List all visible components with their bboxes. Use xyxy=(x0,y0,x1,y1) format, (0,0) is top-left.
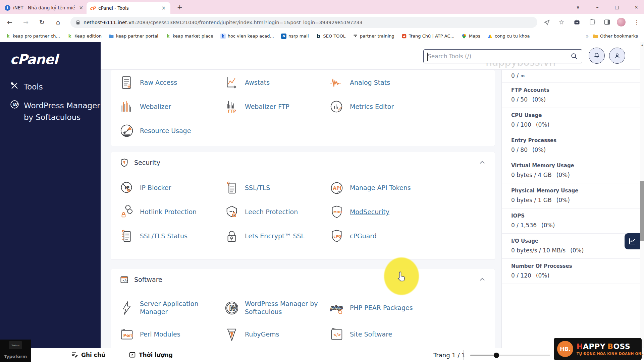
play-icon xyxy=(129,351,136,358)
close-tab-icon[interactable]: × xyxy=(160,5,167,11)
svg-text:MOD: MOD xyxy=(333,210,342,214)
back-icon[interactable]: ← xyxy=(5,17,15,27)
cpanel-logo: cPanel xyxy=(10,52,58,67)
tool-hotlink-protection[interactable]: Hotlink Protection xyxy=(119,200,224,224)
notifications-bell-button[interactable] xyxy=(589,48,605,64)
webalizer-ftp-icon: FTP xyxy=(224,99,239,115)
tool-php-pear-packages[interactable]: php PHP PEAR Packages xyxy=(329,294,434,322)
stat-partial-value: 0 / ∞ xyxy=(502,70,640,83)
tool-analog-stats[interactable]: Analog Stats xyxy=(329,71,434,95)
tool-ip-blocker[interactable]: IP IP Blocker xyxy=(119,176,224,200)
duration-button[interactable]: Thời lượng xyxy=(129,351,173,358)
notes-button[interactable]: Ghi chú xyxy=(71,351,105,358)
forward-icon[interactable]: → xyxy=(21,17,31,27)
training-icon xyxy=(353,34,358,39)
bookmark-item[interactable]: kkeap market place xyxy=(165,34,213,39)
svg-text:cPG: cPG xyxy=(333,234,341,238)
extensions-puzzle-icon[interactable] xyxy=(588,18,597,26)
account-button[interactable] xyxy=(609,48,625,64)
tool-rubygems[interactable]: RubyGems xyxy=(224,322,329,347)
tool-wordpress-manager[interactable]: W WordPress Manager by Softaculous xyxy=(224,294,329,322)
sidebar-item-tools[interactable]: Tools xyxy=(10,81,102,93)
tool-ssl-tls[interactable]: SSL/TLS xyxy=(224,176,329,200)
reload-icon[interactable]: ↻ xyxy=(37,17,47,27)
scrollbar-thumb[interactable] xyxy=(640,181,644,241)
bookmark-item[interactable]: onsrp mail xyxy=(281,34,309,39)
home-icon[interactable]: ⌂ xyxy=(53,17,63,27)
maximize-button[interactable]: □ xyxy=(609,2,625,12)
tool-resource-usage[interactable]: Resource Usage xyxy=(119,119,224,143)
tool-site-software[interactable]: </> Site Software xyxy=(329,322,434,347)
keap-icon: k xyxy=(5,34,11,39)
tool-manage-api-tokens[interactable]: API Manage API Tokens xyxy=(329,176,434,200)
slider-knob[interactable] xyxy=(494,353,499,358)
tool-server-application-manager[interactable]: Server Application Manager xyxy=(119,294,224,322)
extension-robot-icon[interactable] xyxy=(572,18,582,26)
address-bar[interactable]: nethost-6111.inet.vn:2083/cpsess13891210… xyxy=(70,17,537,28)
bookmarks-overflow-icon[interactable]: » xyxy=(586,34,588,39)
atp-icon xyxy=(401,34,407,39)
metrics-card: Raw Access Awstats Analog Stats Webalize… xyxy=(111,70,495,146)
chart-line-icon xyxy=(628,237,636,245)
wordpress-icon: W xyxy=(10,100,19,109)
other-bookmarks[interactable]: Other bookmarks xyxy=(593,34,638,39)
minimize-button[interactable]: – xyxy=(590,2,605,12)
bookmark-star-icon[interactable]: ☆ xyxy=(557,18,566,26)
tool-awstats[interactable]: Awstats xyxy=(224,71,329,95)
profile-avatar[interactable] xyxy=(616,18,626,26)
browser-menu-icon[interactable]: ⋮ xyxy=(632,18,641,26)
wordpress-circle-icon: W xyxy=(224,300,239,316)
tool-webalizer-ftp[interactable]: FTP Webalizer FTP xyxy=(224,95,329,119)
lock-icon xyxy=(76,20,80,25)
bookmark-item[interactable]: bSEO TOOL xyxy=(316,34,345,39)
search-tools-box[interactable] xyxy=(423,49,582,63)
bookmarks-bar: kkeap pro partner ch... kKeap edition ke… xyxy=(0,30,644,42)
bookmark-item[interactable]: Maps xyxy=(462,34,480,39)
security-card: Security IP IP Blocker SSL/TLS API Manag… xyxy=(111,152,495,260)
hand-cursor-icon xyxy=(395,270,407,285)
ssl-tls-icon xyxy=(224,180,239,196)
side-panel-icon[interactable] xyxy=(602,18,612,26)
new-tab-button[interactable]: + xyxy=(175,2,184,12)
section-title: Software xyxy=(134,276,162,283)
bookmark-item[interactable]: partner training xyxy=(353,34,394,39)
bookmark-item[interactable]: Trang Chủ | ATP AC... xyxy=(401,34,454,39)
text-caret xyxy=(427,53,428,61)
tool-webalizer[interactable]: Webalizer xyxy=(119,95,224,119)
tool-lets-encrypt[interactable]: Lets Encrypt™ SSL xyxy=(224,224,329,248)
search-icon[interactable] xyxy=(571,53,578,60)
typeform-widget[interactable]: Typeform Typeform xyxy=(0,340,31,362)
webalizer-icon xyxy=(119,99,135,115)
stat-row: Virtual Memory Usage0 bytes / 4 GB(0%) xyxy=(502,158,640,183)
tool-perl-modules[interactable]: Perl Perl Modules xyxy=(119,322,224,347)
tool-leech-protection[interactable]: Leech Protection xyxy=(224,200,329,224)
tool-cpguard[interactable]: cPG cPGuard xyxy=(329,224,434,248)
bookmark-item[interactable]: keap partner portal xyxy=(109,34,158,39)
tab-cpanel[interactable]: cP cPanel - Tools × xyxy=(87,2,170,14)
scrollbar-up-icon[interactable]: ▲ xyxy=(640,44,644,47)
software-icon: </> xyxy=(120,275,129,284)
close-tab-icon[interactable]: × xyxy=(77,5,85,11)
close-window-button[interactable]: × xyxy=(629,2,644,12)
software-card: </> Software Server Application Manager … xyxy=(111,269,495,361)
share-icon[interactable] xyxy=(542,18,551,26)
tab-search-icon[interactable]: ∨ xyxy=(570,2,586,12)
search-input[interactable] xyxy=(424,53,571,60)
collapse-chevron-icon[interactable] xyxy=(479,159,486,166)
sidebar-item-wordpress-manager[interactable]: W WordPress Manager by Softaculous xyxy=(10,100,102,123)
statistics-toggle-button[interactable] xyxy=(625,233,640,249)
tab-inet[interactable]: i iNET - Nhà đăng ký tên miền hỗ × xyxy=(5,3,85,13)
bookmark-item[interactable]: kKeap edition xyxy=(67,34,102,39)
tool-modsecurity[interactable]: MOD ModSecurity xyxy=(329,200,434,224)
bookmark-item[interactable]: cong cu tu khoa xyxy=(487,34,530,39)
timeline-slider[interactable] xyxy=(470,355,550,356)
bookmark-item[interactable]: kkeap pro partner ch... xyxy=(5,34,60,39)
lightning-icon xyxy=(119,300,135,316)
bookmark-item[interactable]: khoc vien keap acad... xyxy=(220,34,274,39)
collapse-chevron-icon[interactable] xyxy=(479,276,486,283)
tool-metrics-editor[interactable]: Metrics Editor xyxy=(329,95,434,119)
svg-text:IP: IP xyxy=(124,185,129,190)
tool-raw-access[interactable]: Raw Access xyxy=(119,71,224,95)
cpguard-icon: cPG xyxy=(329,229,344,244)
tool-ssl-tls-status[interactable]: SSL/TLS Status xyxy=(119,224,224,248)
